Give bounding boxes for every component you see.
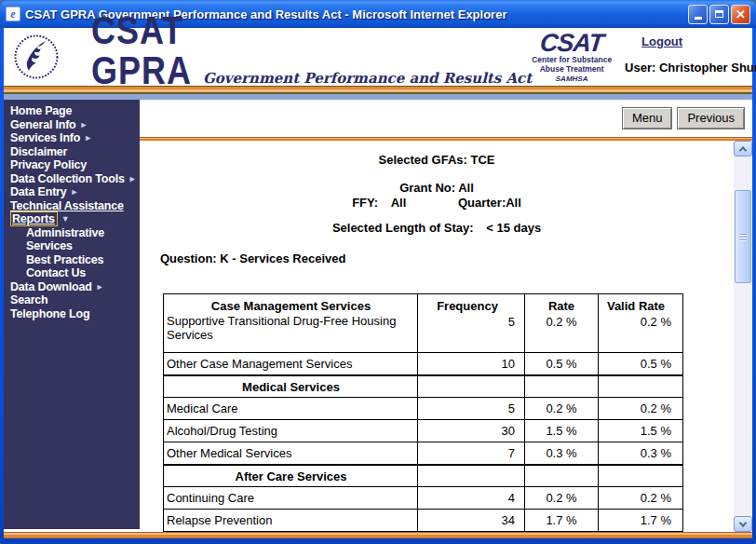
length-of-stay-text: Selected Length of Stay: < 15 days	[140, 221, 734, 235]
scrollbar-track[interactable]	[734, 156, 752, 516]
sidebar-item-best-practices[interactable]: Best Practices	[10, 253, 122, 267]
sidebar-item-data-download[interactable]: Data Download►	[10, 280, 140, 294]
close-button[interactable]: ✕	[731, 5, 750, 24]
logout-link[interactable]: Logout	[641, 34, 756, 48]
csat-logo: CSAT Center for Substance Abuse Treatmen…	[532, 31, 612, 83]
sidebar-item-telephone-log[interactable]: Telephone Log	[10, 307, 140, 321]
sidebar-menu: Home PageGeneral Info►Services Info►Disc…	[4, 100, 140, 529]
table-row: Medical Care50.2 %0.2 %	[164, 398, 683, 420]
column-header-category: Case Management Services	[167, 294, 415, 315]
maximize-button[interactable]	[709, 5, 729, 24]
column-header-valid-rate: Valid Rate	[601, 294, 671, 315]
minimize-button[interactable]	[688, 5, 708, 24]
app-logo-tagline: Government Performance and Results Act	[203, 70, 532, 87]
length-of-stay-value: < 15 days	[486, 221, 541, 235]
minimize-icon	[695, 17, 702, 20]
quarter-text: Quarter:All	[458, 196, 521, 210]
chevron-right-icon: ►	[128, 174, 137, 184]
sidebar-item-search[interactable]: Search	[10, 293, 140, 307]
window-frame: CSAT GPRA Government Performance and Res…	[4, 28, 752, 538]
scrollbar-thumb[interactable]	[735, 190, 751, 283]
main-area: Home PageGeneral Info►Services Info►Disc…	[4, 100, 752, 532]
selected-gfas-text: Selected GFAs: TCE	[140, 153, 734, 167]
table-section-row: After Care Services	[164, 465, 683, 487]
chevron-up-icon	[739, 146, 747, 154]
table-row: Relapse Prevention341.7 %1.7 %	[164, 510, 683, 532]
ffy-label: FFY:	[352, 196, 378, 210]
table-cell-rate: 0.2 %	[527, 315, 596, 329]
logged-in-user: User: Christopher Shumway	[625, 61, 756, 75]
length-of-stay-label: Selected Length of Stay:	[332, 221, 474, 235]
header-user-area: Logout User: Christopher Shumway	[625, 28, 756, 75]
sidebar-item-administrative-services[interactable]: Administrative Services	[10, 226, 122, 253]
table-row: Other Case Management Services100.5 %0.5…	[164, 353, 683, 375]
table-header-row: Case Management Services Supportive Tran…	[164, 294, 683, 353]
sidebar-item-contact-us[interactable]: Contact Us	[10, 266, 122, 280]
sidebar-item-data-collection-tools[interactable]: Data Collection Tools►	[10, 172, 140, 186]
chevron-right-icon: ►	[84, 133, 92, 143]
page-bottom-gold-bar	[4, 532, 752, 538]
app-logo-text: CSAT GPRA	[91, 11, 192, 90]
table-row: Alcohol/Drug Testing301.5 %1.5 %	[164, 420, 683, 442]
csat-logo-line2: Abuse Treatment	[532, 65, 612, 75]
thumb-grip-icon	[739, 239, 747, 240]
services-received-table: Case Management Services Supportive Tran…	[163, 293, 683, 532]
content-area: Menu Previous Selected GFAs: TCE Grant N…	[140, 100, 752, 532]
scroll-up-button[interactable]	[734, 141, 752, 156]
report-page: Selected GFAs: TCE Grant No: All FFY: Al…	[140, 141, 734, 532]
table-cell-service: Supportive Transitional Drug-Free Housin…	[167, 315, 415, 343]
menu-button[interactable]: Menu	[622, 107, 673, 129]
maximize-icon	[715, 10, 723, 18]
window-controls: ✕	[688, 5, 750, 24]
sidebar-item-technical-assistance[interactable]: Technical Assistance	[10, 199, 140, 213]
browser-window: e CSAT GPRA Government Performance and R…	[0, 0, 756, 544]
csat-logo-line3: SAMHSA	[532, 75, 612, 83]
chevron-right-icon: ►	[96, 282, 104, 292]
thumb-grip-icon	[739, 237, 747, 238]
table-cell-valid-rate: 0.2 %	[601, 315, 671, 329]
chevron-down-icon: ▼	[61, 214, 70, 224]
sidebar-item-services-info[interactable]: Services Info►	[10, 131, 140, 145]
app-logo: CSAT GPRA Government Performance and Res…	[91, 23, 532, 90]
ffy-quarter-text: FFY: All Quarter:All	[140, 196, 734, 210]
ffy-value: All	[391, 196, 407, 210]
sidebar-item-home-page[interactable]: Home Page	[10, 104, 140, 118]
chevron-right-icon: ►	[80, 120, 88, 129]
column-header-rate: Rate	[527, 294, 596, 315]
sidebar-item-data-entry[interactable]: Data Entry►	[10, 185, 140, 199]
csat-logo-acronym: CSAT	[531, 31, 614, 56]
previous-button[interactable]: Previous	[677, 107, 745, 129]
vertical-scrollbar[interactable]	[734, 141, 752, 532]
thumb-grip-icon	[739, 234, 747, 235]
chevron-down-icon	[739, 519, 747, 526]
sidebar-item-general-info[interactable]: General Info►	[10, 118, 140, 132]
column-header-frequency: Frequency	[420, 294, 515, 315]
sidebar-item-reports[interactable]: Reports▼	[10, 212, 140, 226]
sidebar-item-privacy-policy[interactable]: Privacy Policy	[10, 158, 140, 172]
report-table-body: Case Management Services Supportive Tran…	[164, 294, 683, 533]
table-row: Recovery Coaching291.4 %1.4 %	[164, 532, 683, 533]
page-toolbar: Menu Previous	[140, 100, 752, 137]
app-header: CSAT GPRA Government Performance and Res…	[4, 28, 752, 86]
chevron-right-icon: ►	[71, 187, 79, 197]
table-cell-frequency: 5	[420, 315, 515, 329]
grant-no-text: Grant No: All	[140, 181, 734, 195]
scroll-down-button[interactable]	[734, 516, 752, 532]
hhs-eagle-logo	[13, 34, 60, 80]
question-text: Question: K - Services Received	[140, 252, 734, 265]
table-row: Other Medical Services70.3 %0.3 %	[164, 442, 683, 465]
internet-explorer-icon: e	[6, 7, 20, 21]
table-row: Continuing Care40.2 %0.2 %	[164, 487, 683, 510]
table-section-row: Medical Services	[164, 375, 683, 398]
sidebar-item-disclaimer[interactable]: Disclaimer	[10, 145, 140, 159]
